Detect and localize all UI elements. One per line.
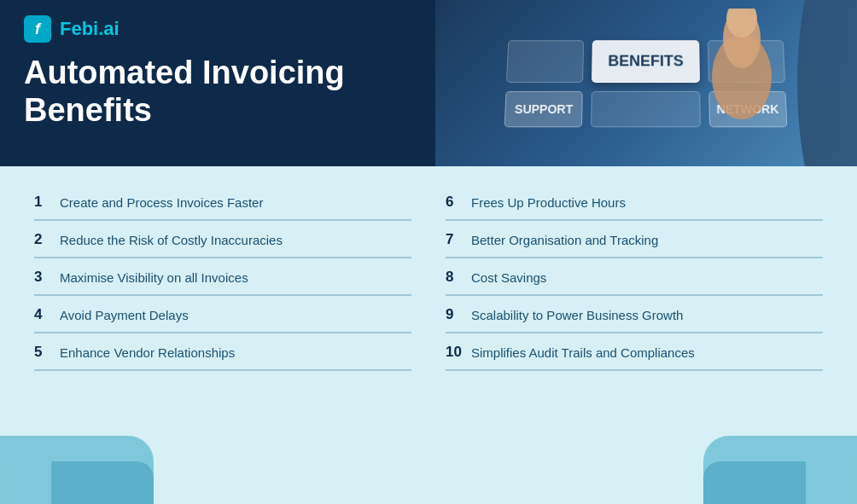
header: f Febi.ai Automated Invoicing Benefits B… (0, 0, 857, 166)
title-line1: Automated Invoicing (24, 55, 345, 90)
benefit-text: Cost Savings (471, 270, 546, 285)
header-left: f Febi.ai Automated Invoicing Benefits (0, 0, 435, 144)
main-content: 1 Create and Process Invoices Faster 2 R… (0, 166, 857, 388)
benefit-number: 5 (34, 344, 60, 361)
benefit-text: Frees Up Productive Hours (471, 195, 626, 210)
key-empty-1 (506, 40, 584, 83)
benefit-item-4: 4 Avoid Payment Delays (34, 296, 411, 333)
benefit-item-3: 3 Maximise Visibility on all Invoices (34, 258, 411, 296)
benefit-text: Create and Process Invoices Faster (60, 195, 263, 210)
benefit-number: 7 (446, 231, 471, 248)
logo-icon-letter: f (35, 20, 40, 38)
benefits-column-left: 1 Create and Process Invoices Faster 2 R… (34, 183, 428, 371)
benefit-item-5: 5 Enhance Vendor Relationships (34, 333, 411, 371)
deco-shape-left (0, 436, 154, 504)
benefit-number: 10 (446, 344, 471, 361)
left-benefits-list: 1 Create and Process Invoices Faster 2 R… (34, 183, 411, 371)
benefit-number: 8 (446, 269, 471, 286)
logo-area: f Febi.ai (24, 15, 411, 43)
finger-pointer-area (703, 9, 780, 123)
finger-svg (703, 9, 780, 119)
right-benefits-list: 6 Frees Up Productive Hours 7 Better Org… (446, 183, 823, 371)
benefit-item-8: 8 Cost Savings (446, 258, 823, 296)
benefit-item-7: 7 Better Organisation and Tracking (446, 221, 823, 258)
benefit-number: 3 (34, 269, 60, 286)
benefit-number: 9 (446, 306, 471, 323)
benefit-text: Avoid Payment Delays (60, 308, 189, 322)
benefits-column-right: 6 Frees Up Productive Hours 7 Better Org… (428, 183, 823, 371)
bottom-decoration (0, 453, 857, 504)
benefit-text: Reduce the Risk of Costly Inaccuracies (60, 233, 283, 247)
benefit-text: Better Organisation and Tracking (471, 233, 658, 247)
benefit-number: 6 (446, 194, 471, 211)
benefit-number: 4 (34, 306, 60, 323)
key-empty-3 (592, 91, 701, 127)
benefit-item-1: 1 Create and Process Invoices Faster (34, 183, 411, 221)
benefit-number: 1 (34, 194, 60, 211)
benefit-item-10: 10 Simplifies Audit Trails and Complianc… (446, 333, 823, 371)
title-line2: Benefits (24, 92, 152, 128)
benefit-item-6: 6 Frees Up Productive Hours (446, 183, 823, 221)
deco-shape-right (703, 436, 857, 504)
benefit-text: Scalability to Power Business Growth (471, 308, 683, 322)
benefit-text: Simplifies Audit Trails and Compliances (471, 345, 695, 360)
benefit-text: Enhance Vendor Relationships (60, 345, 235, 360)
benefit-item-9: 9 Scalability to Power Business Growth (446, 296, 823, 333)
logo-icon: f (24, 15, 51, 43)
benefit-text: Maximise Visibility on all Invoices (60, 270, 248, 285)
logo-text: Febi.ai (60, 18, 120, 40)
page-title: Automated Invoicing Benefits (24, 55, 411, 129)
benefit-number: 2 (34, 231, 60, 248)
deco-shape-right2 (703, 461, 806, 504)
key-support: SUPPORT (504, 91, 583, 127)
benefits-visual: BENEFITS SUPPORT NETWORK (435, 0, 857, 166)
key-benefits: BENEFITS (592, 40, 700, 83)
benefit-item-2: 2 Reduce the Risk of Costly Inaccuracies (34, 221, 411, 258)
deco-shape-left2 (51, 461, 154, 504)
header-image: BENEFITS SUPPORT NETWORK (435, 0, 857, 166)
